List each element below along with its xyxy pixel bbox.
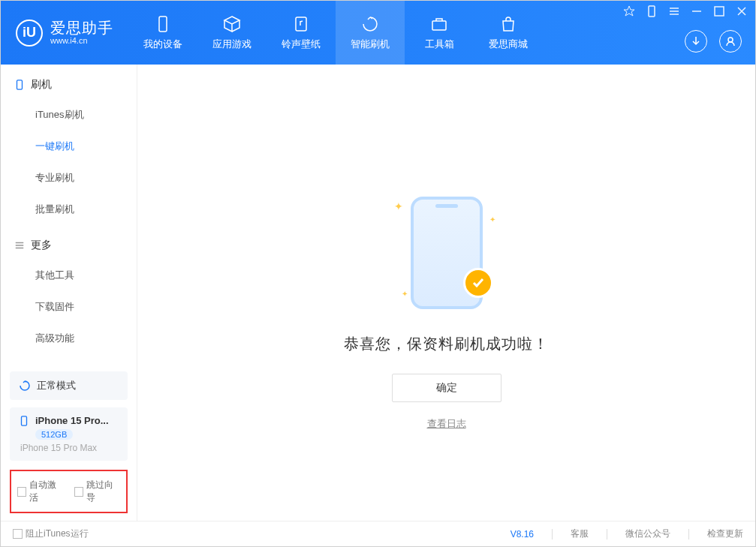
menu-icon[interactable] <box>668 5 680 17</box>
svg-rect-1 <box>296 17 306 31</box>
close-icon[interactable] <box>736 5 748 17</box>
device-small-icon <box>14 80 25 90</box>
app-logo: iU 爱思助手 www.i4.cn <box>16 20 113 47</box>
checkbox-label: 阻止iTunes运行 <box>26 527 89 540</box>
nav-store[interactable]: 爱思商城 <box>474 1 543 65</box>
nav-label: 应用游戏 <box>212 38 251 51</box>
header: iU 爱思助手 www.i4.cn 我的设备 应用游戏 铃声壁纸 智能刷机 工具… <box>1 1 755 65</box>
main-content: ✦ ✦ ✦ 恭喜您，保资料刷机成功啦！ 确定 查看日志 <box>137 65 755 521</box>
svg-rect-7 <box>22 416 27 425</box>
sparkle-icon: ✦ <box>489 215 495 224</box>
toolbox-icon <box>430 15 448 33</box>
bag-icon <box>499 15 517 33</box>
theme-icon[interactable] <box>623 5 635 17</box>
section-title: 刷机 <box>31 78 52 92</box>
svg-rect-0 <box>159 17 167 32</box>
success-check-icon <box>463 268 493 298</box>
nav-toolbox[interactable]: 工具箱 <box>405 1 474 65</box>
mode-label: 正常模式 <box>37 379 76 392</box>
nav-apps[interactable]: 应用游戏 <box>197 1 267 65</box>
svg-point-5 <box>728 38 733 42</box>
window-controls <box>623 5 748 17</box>
storage-badge: 512GB <box>35 429 73 440</box>
sidebar-section-more[interactable]: 更多 <box>1 231 137 260</box>
svg-rect-2 <box>432 21 446 30</box>
svg-rect-6 <box>17 80 23 89</box>
nav-label: 铃声壁纸 <box>282 38 321 51</box>
sidebar-item-batch-flash[interactable]: 批量刷机 <box>1 194 137 225</box>
user-button[interactable] <box>719 30 742 53</box>
sidebar-item-itunes-flash[interactable]: iTunes刷机 <box>1 99 137 131</box>
success-message: 恭喜您，保资料刷机成功啦！ <box>344 334 549 354</box>
nav-my-device[interactable]: 我的设备 <box>128 1 197 65</box>
refresh-small-icon <box>19 380 31 392</box>
header-actions <box>685 30 742 53</box>
app-name: 爱思助手 <box>50 20 113 36</box>
svg-rect-4 <box>715 7 724 16</box>
sparkle-icon: ✦ <box>402 290 408 298</box>
device-info-box[interactable]: iPhone 15 Pro... 512GB iPhone 15 Pro Max <box>10 407 128 461</box>
logo-badge-icon: iU <box>16 20 43 47</box>
phone-icon[interactable] <box>646 5 658 17</box>
divider <box>607 529 607 539</box>
sidebar-section-flash[interactable]: 刷机 <box>1 71 137 99</box>
refresh-icon <box>361 15 379 33</box>
sidebar-item-oneclick-flash[interactable]: 一键刷机 <box>1 131 137 162</box>
view-log-link[interactable]: 查看日志 <box>427 417 466 431</box>
sidebar-item-download-firmware[interactable]: 下载固件 <box>1 291 137 323</box>
device-name-label: iPhone 15 Pro... <box>35 415 109 426</box>
top-nav: 我的设备 应用游戏 铃声壁纸 智能刷机 工具箱 爱思商城 <box>128 1 543 65</box>
checkbox-label: 自动激活 <box>29 479 63 504</box>
footer-link-update[interactable]: 检查更新 <box>707 527 743 540</box>
sidebar-item-pro-flash[interactable]: 专业刷机 <box>1 162 137 194</box>
success-illustration: ✦ ✦ ✦ <box>372 185 522 320</box>
options-highlight-box: 自动激活 跳过向导 <box>10 470 128 513</box>
device-model-label: iPhone 15 Pro Max <box>20 443 119 453</box>
sidebar-item-other-tools[interactable]: 其他工具 <box>1 260 137 291</box>
sidebar-item-advanced[interactable]: 高级功能 <box>1 323 137 354</box>
svg-rect-3 <box>649 6 655 17</box>
menu-small-icon <box>14 240 25 251</box>
section-title: 更多 <box>31 239 52 252</box>
app-url: www.i4.cn <box>50 36 113 45</box>
sidebar: 刷机 iTunes刷机 一键刷机 专业刷机 批量刷机 更多 其他工具 下载固件 … <box>1 65 137 521</box>
divider <box>552 529 553 539</box>
cube-icon <box>223 15 241 33</box>
device-mode-box[interactable]: 正常模式 <box>10 371 128 400</box>
checkbox-auto-activate[interactable]: 自动激活 <box>17 479 64 504</box>
nav-label: 智能刷机 <box>351 38 390 51</box>
phone-small-icon <box>19 416 29 426</box>
device-icon <box>154 15 172 33</box>
nav-label: 我的设备 <box>143 38 182 51</box>
confirm-button[interactable]: 确定 <box>392 374 501 402</box>
minimize-icon[interactable] <box>691 5 703 17</box>
checkbox-block-itunes[interactable]: 阻止iTunes运行 <box>13 527 89 540</box>
music-icon <box>292 15 310 33</box>
divider <box>688 529 689 539</box>
nav-flash[interactable]: 智能刷机 <box>336 1 405 65</box>
download-button[interactable] <box>685 30 707 53</box>
footer: 阻止iTunes运行 V8.16 客服 微信公众号 检查更新 <box>1 521 755 546</box>
checkbox-skip-guide[interactable]: 跳过向导 <box>74 479 121 504</box>
version-label: V8.16 <box>511 529 534 539</box>
checkbox-label: 跳过向导 <box>86 479 120 504</box>
nav-label: 爱思商城 <box>489 38 528 51</box>
nav-ringtones[interactable]: 铃声壁纸 <box>267 1 336 65</box>
footer-link-wechat[interactable]: 微信公众号 <box>625 527 670 540</box>
maximize-icon[interactable] <box>713 5 725 17</box>
nav-label: 工具箱 <box>425 38 454 51</box>
footer-link-support[interactable]: 客服 <box>571 527 589 540</box>
sparkle-icon: ✦ <box>394 200 403 212</box>
